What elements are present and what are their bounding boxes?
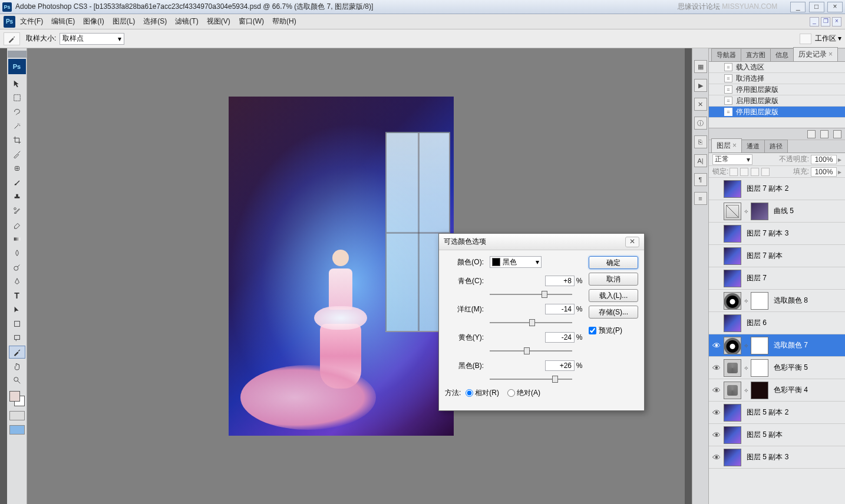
layer-row[interactable]: 👁⟡色彩平衡 5 — [709, 357, 845, 379]
doc-restore-button[interactable]: ❐ — [821, 17, 830, 26]
menu-edit[interactable]: 编辑(E) — [51, 16, 75, 26]
shape-tool[interactable] — [9, 317, 25, 330]
layer-row[interactable]: 👁⟡选取颜色 7 — [709, 334, 845, 357]
history-item[interactable]: ≡停用图层蒙版 — [709, 84, 845, 95]
layer-row[interactable]: 图层 7 — [709, 267, 845, 290]
layer-row[interactable]: 图层 7 副本 2 — [709, 178, 845, 200]
maximize-button[interactable]: □ — [809, 2, 824, 12]
fill-field[interactable]: 100% — [811, 167, 837, 177]
active-tool-icon[interactable] — [4, 32, 20, 45]
hand-tool[interactable] — [9, 360, 25, 373]
layer-row[interactable]: 图层 7 副本 — [709, 245, 845, 267]
dock-layercomp-icon[interactable]: ≡ — [694, 192, 707, 205]
history-item[interactable]: ≡载入选区 — [709, 62, 845, 73]
crop-tool[interactable] — [9, 134, 25, 147]
blend-mode-dropdown[interactable]: 正常▾ — [712, 154, 752, 165]
layer-row[interactable]: ⟡选取颜色 8 — [709, 290, 845, 312]
wand-tool[interactable] — [9, 120, 25, 132]
tab-channels[interactable]: 通道 — [741, 140, 765, 152]
brush-tool[interactable] — [9, 176, 25, 189]
visibility-toggle[interactable]: 👁 — [711, 386, 722, 395]
layer-row[interactable]: 👁图层 5 副本 2 — [709, 402, 845, 424]
stamp-tool[interactable] — [9, 190, 25, 203]
menu-view[interactable]: 视图(V) — [207, 16, 230, 26]
history-brush-tool[interactable] — [9, 204, 25, 217]
history-snapshot-icon[interactable] — [807, 130, 816, 138]
dialog-close-button[interactable]: ✕ — [625, 237, 639, 247]
tab-paths[interactable]: 路径 — [764, 140, 788, 152]
tab-navigator[interactable]: 导航器 — [711, 48, 741, 61]
marquee-tool[interactable] — [9, 91, 25, 104]
menu-select[interactable]: 选择(S) — [143, 16, 167, 26]
dock-char-icon[interactable]: A| — [694, 154, 707, 167]
type-tool[interactable]: T — [9, 289, 25, 302]
slider[interactable] — [490, 347, 584, 355]
history-item[interactable]: ≡停用图层蒙版 — [709, 107, 845, 118]
lock-transparent-icon[interactable] — [730, 168, 738, 176]
dock-para-icon[interactable]: ¶ — [694, 173, 707, 186]
menu-filter[interactable]: 滤镜(T) — [175, 16, 198, 26]
slider-value[interactable] — [545, 360, 575, 371]
slider-value[interactable] — [545, 276, 575, 286]
dock-clone-icon[interactable]: ⎘ — [694, 135, 707, 148]
cancel-button[interactable]: 取消 — [589, 273, 638, 286]
save-button[interactable]: 存储(S)... — [589, 306, 638, 319]
eyedropper-tool[interactable] — [9, 346, 25, 359]
doc-minimize-button[interactable]: _ — [810, 17, 819, 26]
lock-pixels-icon[interactable] — [740, 168, 748, 176]
layer-row[interactable]: ⟡曲线 5 — [709, 200, 845, 223]
visibility-toggle[interactable]: 👁 — [711, 363, 722, 373]
slider[interactable] — [490, 290, 584, 299]
blur-tool[interactable] — [9, 247, 25, 260]
gradient-tool[interactable] — [9, 233, 25, 246]
move-tool[interactable] — [9, 77, 25, 90]
slice-tool[interactable] — [9, 148, 25, 161]
visibility-toggle[interactable]: 👁 — [711, 453, 722, 462]
lock-all-icon[interactable] — [761, 168, 770, 176]
ok-button[interactable]: 确定 — [589, 256, 638, 269]
eraser-tool[interactable] — [9, 218, 25, 231]
pen-tool[interactable] — [9, 275, 25, 288]
visibility-toggle[interactable]: 👁 — [711, 430, 722, 440]
menu-window[interactable]: 窗口(W) — [239, 16, 264, 26]
tab-layers[interactable]: 图层× — [711, 138, 742, 152]
notes-tool[interactable] — [9, 331, 25, 344]
color-dropdown[interactable]: 黑色▾ — [490, 256, 542, 268]
minimize-button[interactable]: _ — [790, 2, 806, 12]
app-icon[interactable]: Ps — [4, 16, 15, 28]
dock-tools-icon[interactable]: ✕ — [694, 98, 707, 111]
menu-image[interactable]: 图像(I) — [83, 16, 104, 26]
layer-row[interactable]: 👁图层 5 副本 3 — [709, 446, 845, 469]
tab-history[interactable]: 历史记录× — [793, 47, 838, 61]
tab-histogram[interactable]: 直方图 — [741, 48, 771, 61]
layer-row[interactable]: 图层 6 — [709, 312, 845, 334]
dock-navigator-icon[interactable]: ▦ — [694, 60, 707, 73]
menu-file[interactable]: 文件(F) — [20, 16, 43, 26]
slider[interactable] — [490, 375, 584, 383]
history-item[interactable]: ≡取消选择 — [709, 73, 845, 84]
absolute-radio[interactable]: 绝对(A) — [507, 388, 540, 398]
sample-size-dropdown[interactable]: 取样点▾ — [60, 33, 124, 45]
toolbox-grip[interactable] — [8, 51, 27, 58]
screenmode-toggle[interactable] — [9, 425, 25, 435]
visibility-toggle[interactable]: 👁 — [711, 408, 722, 417]
load-button[interactable]: 载入(L)... — [589, 289, 638, 302]
history-delete-icon[interactable] — [833, 130, 841, 138]
history-item[interactable]: ≡启用图层蒙版 — [709, 95, 845, 107]
healing-tool[interactable] — [9, 162, 25, 175]
close-button[interactable]: × — [827, 2, 843, 12]
doc-close-button[interactable]: × — [832, 17, 841, 26]
dodge-tool[interactable] — [9, 261, 25, 274]
opacity-field[interactable]: 100% — [811, 155, 837, 164]
lasso-tool[interactable] — [9, 105, 25, 118]
canvas-area[interactable]: 可选颜色选项 ✕ 颜色(O): 黑色▾ 青色(C):%洋红(M):%黄色(Y):… — [27, 48, 685, 504]
menu-help[interactable]: 帮助(H) — [272, 16, 296, 26]
slider[interactable] — [490, 319, 584, 327]
layer-row[interactable]: 👁图层 5 副本 — [709, 424, 845, 446]
tab-info[interactable]: 信息 — [770, 48, 794, 61]
layer-row[interactable]: 👁⟡色彩平衡 4 — [709, 379, 845, 402]
menu-layer[interactable]: 图层(L) — [113, 16, 136, 26]
path-select-tool[interactable] — [9, 303, 25, 316]
quickmask-toggle[interactable] — [9, 411, 25, 420]
dock-brush-icon[interactable]: ⓘ — [694, 117, 707, 130]
